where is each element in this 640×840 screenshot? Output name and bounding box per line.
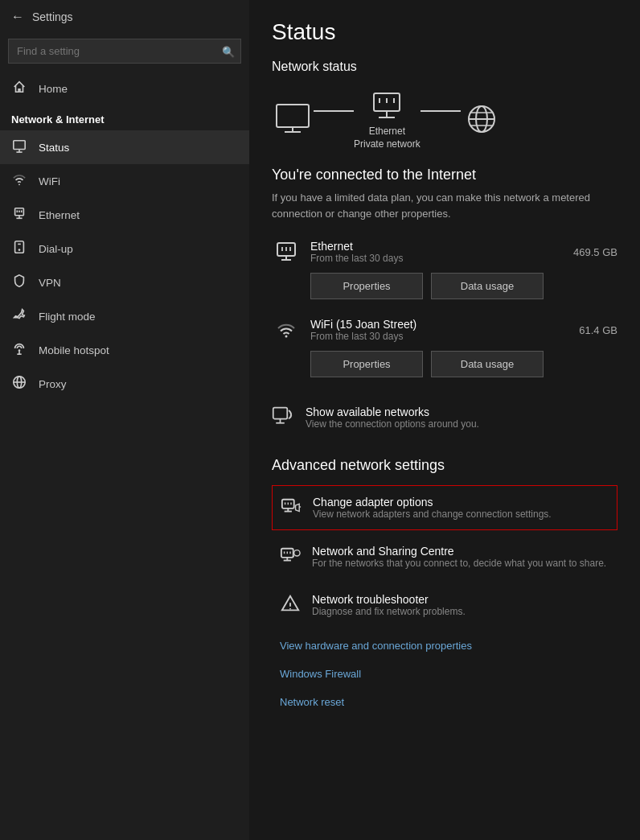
sidebar-header: ← Settings (0, 0, 249, 34)
ethernet-properties-button[interactable]: Properties (310, 273, 423, 299)
wifi-datausage-button[interactable]: Data usage (431, 351, 544, 377)
dialup-icon (11, 240, 27, 257)
available-networks-info: Show available networks View the connect… (306, 406, 479, 430)
ethernet-row-size: 469.5 GB (573, 246, 617, 258)
sharing-centre-icon (280, 546, 301, 569)
troubleshooter-svg (280, 594, 301, 615)
windows-firewall-link[interactable]: Windows Firewall (272, 660, 617, 688)
svg-point-3 (18, 183, 20, 185)
flightmode-icon (11, 307, 27, 325)
wifi-row-info: WiFi (15 Joan Street) From the last 30 d… (310, 318, 579, 342)
search-icon: 🔍 (222, 45, 235, 57)
advanced-title: Advanced network settings (272, 457, 617, 474)
wifi-row-name: WiFi (15 Joan Street) (310, 318, 579, 331)
sidebar-item-wifi[interactable]: WiFi (0, 164, 249, 198)
globe-icon-container (461, 101, 503, 137)
sidebar-section-label: Network & Internet (0, 105, 249, 130)
pc-icon (272, 101, 314, 137)
sidebar-item-wifi-label: WiFi (39, 175, 60, 187)
sidebar-item-hotspot[interactable]: Mobile hotspot (0, 333, 249, 367)
wifi-row-icon (272, 315, 301, 344)
sidebar-item-vpn[interactable]: VPN (0, 266, 249, 299)
available-networks-title: Show available networks (306, 406, 479, 418)
wifi-properties-button[interactable]: Properties (310, 351, 423, 377)
sidebar-item-status-label: Status (39, 142, 69, 154)
search-input[interactable] (8, 39, 241, 64)
change-adapter-icon (281, 496, 302, 520)
sidebar-item-hotspot-label: Mobile hotspot (39, 344, 109, 356)
ethernet-row-icon (272, 237, 301, 266)
back-button[interactable]: ← (11, 10, 24, 24)
available-networks-svg (272, 405, 294, 427)
svg-rect-0 (14, 141, 25, 150)
home-icon (11, 80, 27, 97)
wifi-icon (11, 172, 27, 190)
connected-sub: If you have a limited data plan, you can… (272, 190, 617, 221)
view-hardware-link[interactable]: View hardware and connection properties (272, 632, 617, 660)
sidebar-item-proxy-label: Proxy (39, 378, 67, 390)
vpn-icon (11, 274, 27, 291)
ethernet-icon (11, 206, 27, 224)
available-networks-sub: View the connection options around you. (306, 418, 479, 430)
wifi-row-svg (275, 319, 297, 341)
sharing-centre-title: Network and Sharing Centre (312, 545, 606, 558)
ethernet-row-svg (275, 241, 297, 263)
ethernet-datausage-button[interactable]: Data usage (431, 273, 544, 299)
sidebar-item-dialup-label: Dial-up (39, 243, 73, 255)
troubleshooter-info: Network troubleshooter Diagnose and fix … (312, 593, 466, 617)
ethernet-diagram-icon (366, 87, 408, 122)
connected-text: You're connected to the Internet (272, 167, 617, 183)
network-diagram: Ethernet Private network (272, 87, 617, 150)
troubleshooter-icon (280, 594, 301, 617)
sharing-centre-item[interactable]: Network and Sharing Centre For the netwo… (272, 535, 617, 579)
hotspot-icon (11, 341, 27, 359)
svg-rect-10 (15, 241, 24, 253)
svg-point-39 (285, 336, 288, 338)
ethernet-network-row: Ethernet From the last 30 days 469.5 GB (272, 237, 617, 266)
change-adapter-svg (281, 496, 302, 517)
ethernet-btn-row: Properties Data usage (310, 273, 617, 299)
network-status-title: Network status (272, 60, 617, 74)
sidebar-item-home[interactable]: Home (0, 72, 249, 105)
sidebar-item-flightmode-label: Flight mode (39, 311, 96, 323)
troubleshooter-sub: Diagnose and fix network problems. (312, 606, 466, 617)
sidebar: ← Settings 🔍 Home Network & Internet Sta… (0, 0, 249, 840)
sidebar-item-ethernet-label: Ethernet (39, 209, 80, 221)
pc-icon-container (272, 101, 314, 137)
proxy-icon (11, 375, 27, 393)
change-adapter-item[interactable]: Change adapter options View network adap… (272, 485, 617, 530)
wifi-network-row: WiFi (15 Joan Street) From the last 30 d… (272, 315, 617, 344)
sidebar-item-proxy[interactable]: Proxy (0, 367, 249, 401)
wifi-row-sub: From the last 30 days (310, 331, 579, 342)
show-available-networks[interactable]: Show available networks View the connect… (272, 393, 617, 441)
sharing-centre-svg (280, 546, 301, 566)
app-title: Settings (32, 10, 73, 23)
globe-icon (461, 101, 503, 137)
wifi-btn-row: Properties Data usage (310, 351, 617, 377)
page-title: Status (272, 19, 617, 45)
troubleshooter-item[interactable]: Network troubleshooter Diagnose and fix … (272, 583, 617, 627)
wifi-row-size: 61.4 GB (579, 324, 617, 336)
svg-point-12 (18, 249, 21, 251)
sidebar-item-home-label: Home (39, 83, 68, 95)
sharing-centre-info: Network and Sharing Centre For the netwo… (312, 545, 606, 569)
network-line-2 (421, 110, 461, 112)
change-adapter-title: Change adapter options (313, 496, 552, 509)
network-line-1 (314, 110, 354, 112)
ethernet-row-sub: From the last 30 days (310, 253, 573, 264)
network-reset-link[interactable]: Network reset (272, 688, 617, 716)
troubleshooter-title: Network troubleshooter (312, 593, 466, 606)
sidebar-item-flightmode[interactable]: Flight mode (0, 299, 249, 333)
sidebar-item-ethernet[interactable]: Ethernet (0, 198, 249, 232)
change-adapter-info: Change adapter options View network adap… (313, 496, 552, 520)
sharing-centre-sub: For the networks that you connect to, de… (312, 558, 606, 569)
main-content: Status Network status Ethernet (249, 0, 640, 840)
search-box: 🔍 (8, 39, 241, 64)
ethernet-row-name: Ethernet (310, 240, 573, 253)
svg-point-13 (18, 349, 21, 352)
ethernet-row-info: Ethernet From the last 30 days (310, 240, 573, 264)
sidebar-item-dialup[interactable]: Dial-up (0, 232, 249, 266)
sidebar-item-status[interactable]: Status (0, 130, 249, 164)
sidebar-item-vpn-label: VPN (39, 277, 61, 289)
change-adapter-sub: View network adapters and change connect… (313, 509, 552, 520)
